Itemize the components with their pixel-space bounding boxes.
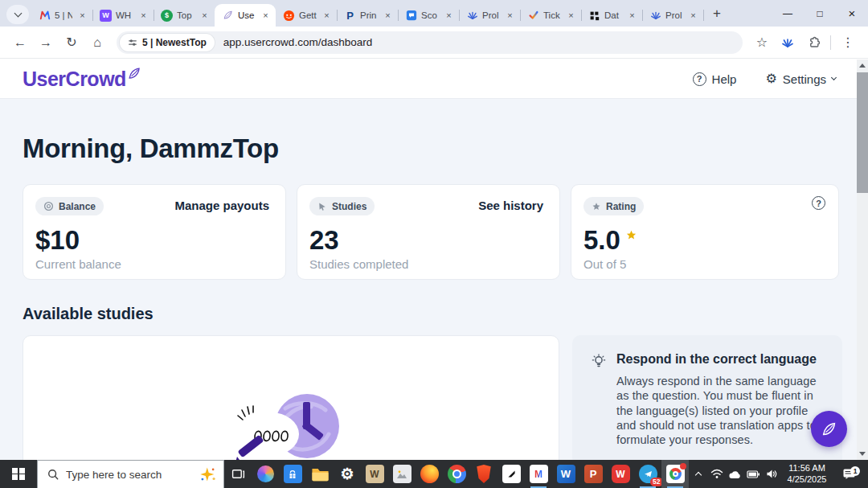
prolific-extension-icon[interactable] — [776, 31, 799, 54]
bookmark-star-icon[interactable]: ☆ — [751, 31, 773, 54]
tip-body: Always respond in the same language as t… — [616, 374, 826, 447]
taskbar-app-m[interactable]: M — [525, 460, 552, 488]
paypal-favicon-icon: P — [344, 10, 356, 22]
notification-center-button[interactable]: 1 — [833, 468, 865, 480]
taskbar-app-brave[interactable] — [470, 460, 497, 488]
settings-dropdown[interactable]: ⚙ Settings — [765, 72, 836, 86]
taskbar-app-clip[interactable] — [497, 460, 525, 488]
taskbar-app-firefox[interactable] — [416, 460, 443, 488]
coin-icon — [43, 201, 54, 211]
tab-close-icon[interactable]: × — [382, 10, 394, 22]
site-settings-chip[interactable]: 5 | NewestTop — [120, 34, 215, 51]
balance-badge: Balance — [35, 197, 104, 215]
tab-label: WH — [116, 10, 133, 20]
browser-menu-icon[interactable]: ⋮ — [837, 31, 859, 54]
browser-tab-data[interactable]: Dat × — [581, 4, 642, 27]
profile-badge-dot — [680, 463, 686, 470]
search-input[interactable] — [66, 469, 192, 481]
powerpoint-icon: P — [584, 465, 603, 483]
tab-close-icon[interactable]: × — [687, 10, 699, 22]
telegram-icon: 52 — [639, 465, 657, 483]
reload-button[interactable]: ↻ — [60, 31, 83, 54]
new-tab-button[interactable]: + — [706, 3, 727, 24]
header-nav: ? Help ⚙ Settings — [693, 72, 836, 86]
browser-tab-score[interactable]: Sco × — [398, 4, 459, 27]
help-button[interactable]: ? Help — [693, 72, 737, 86]
page-scrollbar[interactable] — [857, 59, 868, 460]
scroll-down-arrow[interactable] — [857, 448, 868, 460]
browser-tab-print[interactable]: P Prin × — [337, 4, 398, 27]
rating-help-icon[interactable]: ? — [812, 196, 825, 210]
tab-close-icon[interactable]: × — [321, 10, 333, 22]
extensions-puzzle-icon[interactable] — [802, 31, 825, 54]
tab-close-icon[interactable]: × — [199, 10, 211, 22]
home-button[interactable]: ⌂ — [86, 31, 108, 54]
clock-time: 11:56 AM — [783, 463, 831, 474]
tray-expand-button[interactable] — [689, 460, 707, 488]
rating-card: Rating ? 5.0 Out of 5 — [571, 184, 839, 280]
chrome-icon — [448, 465, 466, 483]
wps-icon: W — [612, 465, 630, 483]
tab-close-icon[interactable]: × — [565, 10, 577, 22]
copilot-button[interactable] — [252, 460, 279, 488]
taskbar-app-browser-profile[interactable] — [661, 460, 689, 488]
forward-button[interactable]: → — [35, 31, 57, 54]
taskbar-app-telegram[interactable]: 52 — [634, 460, 661, 488]
battery-icon[interactable] — [744, 460, 763, 488]
browser-tab-prolific-1[interactable]: Prol × — [459, 4, 520, 27]
minimize-button[interactable]: — — [772, 0, 804, 27]
tab-close-icon[interactable]: × — [260, 10, 272, 22]
windows-logo-icon — [12, 468, 25, 481]
gold-star-icon — [625, 229, 637, 241]
scroll-up-arrow[interactable] — [857, 59, 868, 72]
brave-icon — [475, 465, 493, 483]
taskbar-app-photos[interactable] — [388, 460, 416, 488]
taskbar-app-chrome[interactable] — [443, 460, 470, 488]
usercrowd-dashboard-page: UserCrowd ? Help ⚙ Settings Morning, Dam… — [0, 59, 868, 460]
taskbar-app-powerpoint[interactable]: P — [579, 460, 607, 488]
close-window-button[interactable]: × — [836, 0, 868, 27]
tab-close-icon[interactable]: × — [504, 10, 516, 22]
tab-search-button[interactable] — [6, 5, 29, 24]
browser-tab-gett[interactable]: Gett × — [276, 4, 337, 27]
maximize-button[interactable]: □ — [804, 0, 836, 27]
taskbar-app-word-legacy[interactable]: W — [361, 460, 388, 488]
usercrowd-logo[interactable]: UserCrowd — [23, 68, 142, 91]
taskbar-clock[interactable]: 11:56 AM 4/25/2025 — [781, 463, 833, 486]
taskbar-app-settings[interactable]: ⚙ — [334, 460, 361, 488]
start-button[interactable] — [0, 460, 37, 488]
onedrive-cloud-icon[interactable] — [726, 460, 744, 488]
tab-close-icon[interactable]: × — [76, 10, 88, 22]
wifi-icon[interactable] — [707, 460, 726, 488]
tab-close-icon[interactable]: × — [443, 10, 455, 22]
tab-close-icon[interactable]: × — [137, 10, 149, 22]
gear-icon: ⚙ — [765, 72, 776, 85]
back-button[interactable]: ← — [9, 31, 31, 54]
photos-icon — [393, 465, 411, 483]
balance-card: Balance Manage payouts $10 Current balan… — [23, 184, 286, 280]
taskbar-app-wps[interactable]: W — [607, 460, 634, 488]
tab-close-icon[interactable]: × — [626, 10, 638, 22]
browser-tab-wh[interactable]: W WH × — [92, 4, 154, 27]
taskbar-app-microsoft-store[interactable] — [279, 460, 306, 488]
scrollbar-thumb[interactable] — [857, 72, 868, 193]
site-header: UserCrowd ? Help ⚙ Settings — [0, 59, 868, 99]
address-bar[interactable]: 5 | NewestTop app.usercrowd.com/dashboar… — [117, 31, 743, 54]
browser-tab-prolific-2[interactable]: Prol × — [642, 4, 703, 27]
taskbar-app-file-explorer[interactable] — [306, 460, 334, 488]
balance-value: $10 — [35, 226, 273, 255]
browser-tab-tick[interactable]: Tick × — [520, 4, 581, 27]
url-text: app.usercrowd.com/dashboard — [223, 36, 372, 48]
task-view-icon — [231, 467, 245, 481]
taskbar-search[interactable] — [37, 460, 224, 488]
task-view-button[interactable] — [224, 460, 252, 488]
settings-gear-icon: ⚙ — [338, 465, 357, 483]
volume-icon[interactable] — [763, 460, 781, 488]
browser-tab-newesttop[interactable]: 5 | N × — [31, 4, 92, 27]
support-chat-fab[interactable] — [811, 411, 847, 447]
see-history-link[interactable]: See history — [478, 199, 543, 212]
browser-tab-usercrowd-active[interactable]: Use × — [215, 4, 276, 27]
browser-tab-top[interactable]: $ Top × — [154, 4, 215, 27]
manage-payouts-link[interactable]: Manage payouts — [174, 199, 269, 212]
taskbar-app-word[interactable]: W — [552, 460, 579, 488]
